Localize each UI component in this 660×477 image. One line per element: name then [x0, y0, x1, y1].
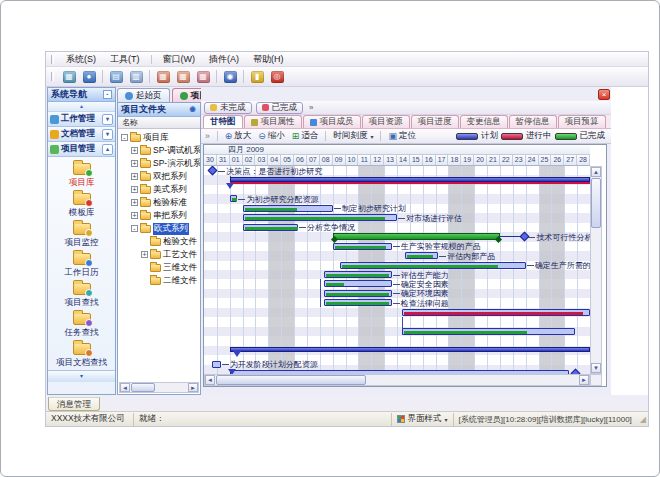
expand-icon[interactable]: +	[131, 160, 138, 167]
task-bar[interactable]	[212, 361, 221, 368]
task-bar[interactable]	[324, 271, 392, 278]
chevron-down-icon[interactable]: ▾	[102, 114, 113, 125]
locate-button[interactable]: ▣定位	[388, 130, 416, 142]
pin-icon[interactable]: ◉	[188, 105, 197, 114]
expand-icon[interactable]: +	[131, 212, 138, 219]
menu-system[interactable]: 系统(S)	[59, 51, 103, 68]
task-bar[interactable]	[402, 309, 590, 316]
filter-more-icon[interactable]: »	[309, 103, 313, 112]
collapse-icon[interactable]: -	[121, 134, 128, 141]
zoom-out-button[interactable]: ⊖缩小	[258, 130, 285, 142]
tree-item-2d-files[interactable]: 二维文件	[118, 274, 200, 287]
filter-complete[interactable]: 已完成	[256, 102, 304, 114]
gantt-tab-progress[interactable]: 项目进度	[411, 115, 459, 128]
task-bar[interactable]	[402, 328, 574, 335]
expand-icon[interactable]: +	[131, 199, 138, 206]
gantt-tab-resources[interactable]: 项目资源	[362, 115, 410, 128]
tab-start-page[interactable]: 起始页	[117, 88, 170, 102]
summary-bar[interactable]	[230, 177, 590, 182]
zoom-in-button[interactable]: ⊕放大	[225, 130, 252, 142]
nav-more-strip[interactable]: ▾	[48, 370, 115, 382]
tree-item-project-library[interactable]: -项目库	[118, 131, 200, 144]
nav-menu-icon[interactable]: ▪	[103, 90, 112, 99]
scroll-left-icon[interactable]: ◄	[120, 383, 130, 392]
task-delete-icon[interactable]: ▦	[194, 69, 212, 85]
timescale-button[interactable]: 时间刻度▾	[333, 130, 373, 142]
task-bar[interactable]	[324, 290, 392, 297]
toolbar-grip[interactable]	[51, 72, 54, 81]
nav-item-project-doc-search[interactable]: 项目文档查找	[48, 341, 115, 370]
task-new-icon[interactable]: ▦	[154, 69, 172, 85]
scroll-right-icon[interactable]: ►	[579, 375, 589, 385]
nav-collapse-strip[interactable]: ▴	[48, 102, 115, 112]
gantt-tab-budget[interactable]: 项目预算	[558, 115, 606, 128]
gantt-h-thumb[interactable]	[216, 375, 366, 385]
task-bar[interactable]	[324, 280, 392, 287]
tree-scroll-thumb[interactable]	[131, 383, 155, 392]
nav-item-template-library[interactable]: 模板库	[48, 191, 115, 221]
summary-done-bar[interactable]	[333, 233, 500, 240]
folder-view-icon[interactable]: ▥	[127, 69, 145, 85]
task-bar[interactable]	[324, 299, 392, 306]
scroll-up-icon[interactable]: ▲	[591, 167, 601, 177]
menubar-grip[interactable]	[51, 55, 54, 64]
nav-item-project-monitor[interactable]: 项目监控	[48, 221, 115, 251]
gantt-h-scrollbar[interactable]: ◄ ►	[204, 374, 590, 386]
task-bar[interactable]	[230, 195, 238, 202]
menu-help[interactable]: 帮助(H)	[246, 51, 291, 68]
expand-icon[interactable]: +	[131, 186, 138, 193]
gantt-tab-pauses[interactable]: 暂停信息	[509, 115, 557, 128]
tree-item-process-files[interactable]: +工艺文件	[118, 248, 200, 261]
gantt-v-thumb[interactable]	[591, 178, 601, 228]
scroll-left-icon[interactable]: ◄	[205, 375, 215, 385]
close-icon[interactable]: ×	[598, 89, 610, 100]
desktop-icon[interactable]: ▦	[60, 69, 78, 85]
chevron-up-icon[interactable]: ▴	[102, 144, 113, 155]
help-icon[interactable]: ◉	[221, 69, 239, 85]
message-management-tab[interactable]: 消息管理	[48, 397, 100, 411]
task-edit-icon[interactable]: ▦	[174, 69, 192, 85]
task-bar[interactable]	[405, 252, 438, 259]
resize-grip[interactable]: ◢	[640, 415, 648, 424]
expand-icon[interactable]: +	[131, 147, 138, 154]
nav-group-document[interactable]: 文档管理▾	[48, 127, 115, 142]
gantt-toolbar-more-icon[interactable]: »	[205, 131, 210, 141]
exit-icon[interactable]: ◎	[268, 69, 286, 85]
gantt-v-scrollbar[interactable]: ▲ ▼	[590, 166, 602, 374]
task-bar[interactable]	[340, 262, 525, 269]
tree-item-european[interactable]: -欧式系列	[118, 222, 200, 235]
web-icon[interactable]: ●	[80, 69, 98, 85]
menu-window[interactable]: 窗口(W)	[156, 51, 203, 68]
tree-item-inspection-files[interactable]: 检验文件	[118, 235, 200, 248]
tree-item-single-handle[interactable]: +串把系列	[118, 209, 200, 222]
tree-item-inspection-standard[interactable]: +检验标准	[118, 196, 200, 209]
gantt-tab-changes[interactable]: 变更信息	[460, 115, 508, 128]
nav-item-work-calendar[interactable]: 工作日历	[48, 251, 115, 281]
fit-button[interactable]: ⊞适合	[292, 130, 319, 142]
expand-icon[interactable]: +	[141, 251, 148, 258]
tree-item-3d-files[interactable]: 三维文件	[118, 261, 200, 274]
task-bar[interactable]	[333, 243, 392, 250]
tree-item-sp-demo[interactable]: +SP-演示机系	[118, 157, 200, 170]
gantt-tab-members[interactable]: 项目成员	[303, 115, 361, 128]
menu-tools[interactable]: 工具(T)	[103, 51, 147, 68]
tree-item-double-handle[interactable]: +双把系列	[118, 170, 200, 183]
lock-icon[interactable]: ▮	[248, 69, 266, 85]
gantt-tab-properties[interactable]: 项目属性	[244, 115, 302, 128]
task-bar[interactable]	[243, 205, 333, 212]
nav-item-project-library[interactable]: 项目库	[48, 161, 115, 191]
folder-open-icon[interactable]: ▤	[107, 69, 125, 85]
task-bar[interactable]	[243, 224, 298, 231]
nav-item-project-search[interactable]: 项目查找	[48, 281, 115, 311]
filter-incomplete[interactable]: 未完成	[204, 102, 252, 114]
tree-h-scrollbar[interactable]: ◄ ►	[119, 382, 199, 393]
scroll-right-icon[interactable]: ►	[188, 383, 198, 392]
tree-item-sp-debug[interactable]: +SP-调试机系	[118, 144, 200, 157]
expand-icon[interactable]: +	[131, 173, 138, 180]
scroll-down-icon[interactable]: ▼	[591, 363, 601, 373]
nav-item-task-search[interactable]: 任务查找	[48, 311, 115, 341]
tree-item-american[interactable]: +美式系列	[118, 183, 200, 196]
chevron-down-icon[interactable]: ▾	[102, 129, 113, 140]
ui-style-button[interactable]: 界面样式 ▾	[392, 413, 454, 426]
gantt-tab-gantt[interactable]: 甘特图	[203, 115, 243, 128]
